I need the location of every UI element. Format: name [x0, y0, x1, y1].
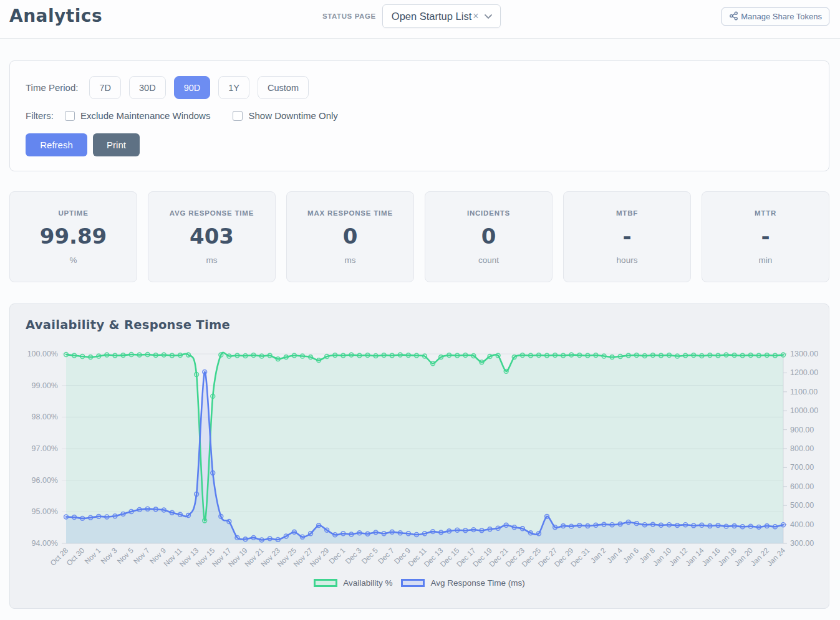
stat-label: MTBF: [616, 209, 638, 217]
stat-value: -: [761, 226, 770, 247]
period-button-7d[interactable]: 7D: [89, 76, 121, 99]
time-period-row: Time Period: 7D 30D 90D 1Y Custom: [26, 76, 317, 99]
stats-row: UPTIME 99.89 % AVG RESPONSE TIME 403 ms …: [9, 191, 829, 282]
svg-text:400.00: 400.00: [790, 520, 814, 529]
period-button-90d[interactable]: 90D: [174, 76, 211, 99]
svg-text:1000.00: 1000.00: [790, 406, 818, 415]
print-button[interactable]: Print: [93, 133, 140, 156]
svg-text:500.00: 500.00: [790, 501, 814, 510]
svg-text:94.00%: 94.00%: [32, 539, 58, 548]
stat-label: AVG RESPONSE TIME: [170, 209, 254, 217]
stat-card-mttr: MTTR - min: [702, 191, 829, 282]
svg-text:Nov 3: Nov 3: [99, 546, 119, 566]
svg-text:700.00: 700.00: [790, 463, 814, 472]
svg-text:Nov 5: Nov 5: [115, 546, 135, 566]
chart-title: Availability & Response Time: [26, 318, 230, 332]
period-button-30d[interactable]: 30D: [129, 76, 166, 99]
status-page-group: STATUS PAGE Open Startup List ×: [322, 4, 501, 28]
legend-label: Availability %: [343, 578, 392, 588]
svg-text:Dec 3: Dec 3: [344, 546, 364, 566]
filters-row: Filters: Exclude Maintenance Windows Sho…: [26, 110, 360, 121]
svg-text:1300.00: 1300.00: [790, 350, 818, 358]
availability-chart-card: Availability & Response Time 100.00%99.0…: [9, 303, 829, 609]
stat-card-mtbf: MTBF - hours: [563, 191, 691, 282]
manage-share-tokens-label: Manage Share Tokens: [741, 12, 822, 21]
svg-text:98.00%: 98.00%: [32, 413, 58, 421]
status-page-selected-value: Open Startup List: [392, 11, 471, 22]
svg-text:95.00%: 95.00%: [32, 507, 58, 516]
availability-response-chart: 100.00%99.00%98.00%97.00%96.00%95.00%94.…: [10, 337, 829, 574]
svg-text:Jan 6: Jan 6: [622, 546, 641, 565]
svg-text:Dec 1: Dec 1: [327, 546, 347, 566]
filters-panel: Time Period: 7D 30D 90D 1Y Custom Filter…: [9, 60, 829, 171]
legend-label: Avg Response Time (ms): [430, 578, 524, 588]
svg-text:Oct 30: Oct 30: [65, 546, 87, 568]
period-button-1y[interactable]: 1Y: [218, 76, 249, 99]
time-period-label: Time Period:: [26, 82, 78, 93]
clear-selection-icon[interactable]: ×: [473, 11, 478, 22]
stat-value: 0: [343, 226, 358, 247]
stat-unit: %: [69, 255, 77, 265]
checkbox-show-downtime-label: Show Downtime Only: [248, 110, 337, 121]
chevron-down-icon: [484, 14, 493, 19]
stat-value: -: [622, 226, 631, 247]
svg-text:97.00%: 97.00%: [32, 444, 58, 453]
svg-text:900.00: 900.00: [790, 426, 814, 434]
svg-text:Jan 4: Jan 4: [605, 546, 624, 565]
stat-label: INCIDENTS: [467, 209, 510, 217]
stat-unit: ms: [345, 255, 356, 265]
svg-text:Nov 7: Nov 7: [132, 546, 152, 566]
actions-row: Refresh Print: [26, 133, 140, 156]
stat-label: MTTR: [755, 209, 776, 217]
stat-value: 99.89: [40, 226, 107, 247]
stat-unit: ms: [206, 255, 218, 265]
stat-card-uptime: UPTIME 99.89 %: [9, 191, 137, 282]
svg-text:800.00: 800.00: [790, 444, 814, 453]
stat-label: UPTIME: [58, 209, 88, 217]
chart-legend: Availability % Avg Response Time (ms): [10, 578, 829, 588]
legend-item-availability[interactable]: Availability %: [314, 578, 392, 588]
svg-text:Jan 24: Jan 24: [765, 546, 787, 568]
page-title: Analytics: [9, 6, 102, 26]
filters-label: Filters:: [26, 110, 54, 121]
checkbox-exclude-maintenance[interactable]: [65, 111, 75, 121]
svg-text:Jan 2: Jan 2: [589, 546, 607, 565]
svg-text:600.00: 600.00: [790, 482, 814, 491]
svg-text:Dec 7: Dec 7: [376, 546, 396, 566]
manage-share-tokens-button[interactable]: Manage Share Tokens: [722, 7, 829, 26]
stat-card-incidents: INCIDENTS 0 count: [425, 191, 553, 282]
refresh-button[interactable]: Refresh: [26, 133, 87, 156]
stat-card-max-response: MAX RESPONSE TIME 0 ms: [286, 191, 414, 282]
stat-unit: min: [759, 255, 773, 265]
svg-text:1100.00: 1100.00: [790, 388, 818, 396]
status-page-select[interactable]: Open Startup List ×: [382, 4, 501, 28]
svg-text:96.00%: 96.00%: [32, 476, 58, 485]
legend-swatch-green: [314, 579, 337, 587]
stat-unit: count: [478, 255, 499, 265]
checkbox-show-downtime[interactable]: [233, 111, 243, 121]
stat-value: 403: [190, 226, 234, 247]
share-icon: [729, 11, 738, 22]
stat-unit: hours: [617, 255, 638, 265]
svg-text:99.00%: 99.00%: [32, 381, 58, 390]
status-page-label: STATUS PAGE: [322, 12, 376, 20]
stat-card-avg-response: AVG RESPONSE TIME 403 ms: [148, 191, 276, 282]
period-button-custom[interactable]: Custom: [258, 76, 309, 99]
checkbox-exclude-maintenance-label: Exclude Maintenance Windows: [80, 110, 210, 121]
svg-text:Nov 1: Nov 1: [83, 546, 103, 566]
svg-text:300.00: 300.00: [790, 539, 814, 548]
svg-text:Dec 5: Dec 5: [360, 546, 380, 566]
legend-item-response[interactable]: Avg Response Time (ms): [401, 578, 524, 588]
stat-label: MAX RESPONSE TIME: [307, 209, 393, 217]
svg-text:100.00%: 100.00%: [27, 350, 58, 358]
stat-value: 0: [481, 226, 496, 247]
app-header: Analytics STATUS PAGE Open Startup List …: [0, 0, 840, 39]
legend-swatch-blue: [401, 579, 425, 587]
svg-text:1200.00: 1200.00: [790, 368, 818, 377]
